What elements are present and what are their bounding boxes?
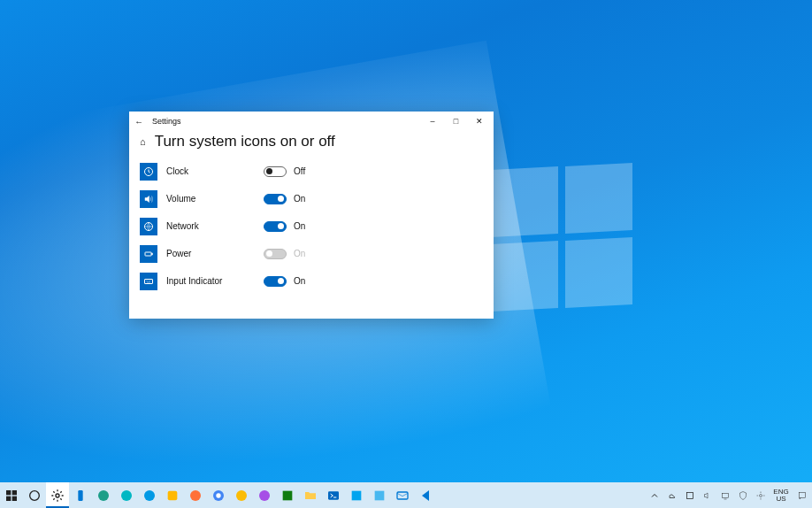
setting-label: Volume <box>166 194 264 204</box>
svg-point-10 <box>56 494 59 497</box>
svg-rect-3 <box>152 253 153 255</box>
settings-list: Clock Off Volume On Network On <box>129 158 494 295</box>
svg-rect-15 <box>168 490 178 500</box>
svg-rect-21 <box>283 490 293 500</box>
svg-point-18 <box>216 493 220 497</box>
tray-language[interactable]: ENG US <box>770 489 793 503</box>
taskbar-edge-icon[interactable] <box>92 482 115 508</box>
cortana-icon[interactable] <box>23 482 46 508</box>
page-header: ⌂ Turn system icons on or off <box>129 131 494 158</box>
taskbar-settings-app[interactable] <box>46 482 69 508</box>
windows-logo <box>491 168 756 434</box>
home-icon[interactable]: ⌂ <box>140 136 146 147</box>
svg-point-28 <box>760 494 762 496</box>
minimize-button[interactable]: – <box>422 117 443 126</box>
svg-point-14 <box>144 490 155 501</box>
taskbar-app-icon[interactable] <box>115 482 138 508</box>
svg-rect-23 <box>352 490 362 500</box>
svg-rect-7 <box>6 496 11 500</box>
taskbar-app-icon[interactable] <box>345 482 368 508</box>
svg-rect-25 <box>397 492 408 499</box>
maximize-button[interactable]: □ <box>445 117 466 126</box>
toggle-state: Off <box>294 166 305 176</box>
setting-row-power: Power On <box>140 240 485 267</box>
taskbar-firefox-icon[interactable] <box>184 482 207 508</box>
taskbar-app-icon[interactable] <box>253 482 276 508</box>
tray-onedrive-icon[interactable] <box>663 482 681 508</box>
tray-security-icon[interactable] <box>734 482 752 508</box>
tray-overflow-icon[interactable] <box>646 482 663 508</box>
svg-point-20 <box>259 490 270 501</box>
taskbar-mail-icon[interactable] <box>391 482 414 508</box>
taskbar-vscode-icon[interactable] <box>414 482 437 508</box>
svg-rect-29 <box>800 492 806 497</box>
desktop: ← Settings – □ ✕ ⌂ Turn system icons on … <box>0 0 812 508</box>
toggle-input-indicator[interactable] <box>264 276 287 287</box>
titlebar: ← Settings – □ ✕ <box>129 112 494 131</box>
svg-rect-27 <box>723 493 729 497</box>
toggle-clock[interactable] <box>264 166 287 177</box>
setting-label: Input Indicator <box>166 276 264 286</box>
power-icon <box>140 245 157 263</box>
svg-point-19 <box>236 490 247 501</box>
svg-point-9 <box>30 490 40 500</box>
page-title: Turn system icons on or off <box>155 133 335 150</box>
taskbar-powershell-icon[interactable] <box>322 482 345 508</box>
keyboard-icon <box>140 273 157 290</box>
svg-rect-5 <box>6 490 11 495</box>
svg-rect-8 <box>12 496 17 500</box>
svg-point-13 <box>121 490 132 501</box>
toggle-state: On <box>294 276 305 286</box>
tray-volume-icon[interactable] <box>699 482 716 508</box>
setting-row-volume: Volume On <box>140 185 485 212</box>
setting-row-network: Network On <box>140 212 485 240</box>
setting-label: Network <box>166 221 264 231</box>
taskbar-app-icon[interactable] <box>276 482 299 508</box>
svg-rect-6 <box>12 490 17 495</box>
volume-icon <box>140 190 157 208</box>
tray-location-icon[interactable] <box>752 482 770 508</box>
setting-row-input-indicator: Input Indicator On <box>140 267 485 295</box>
taskbar-app-icon[interactable] <box>138 482 161 508</box>
setting-label: Clock <box>166 166 264 176</box>
back-button[interactable]: ← <box>134 117 143 127</box>
tray-app-icon[interactable] <box>681 482 699 508</box>
network-icon <box>140 218 157 235</box>
settings-window: ← Settings – □ ✕ ⌂ Turn system icons on … <box>129 112 494 319</box>
svg-point-16 <box>190 490 201 501</box>
taskbar-chrome-canary-icon[interactable] <box>230 482 253 508</box>
taskbar-chrome-icon[interactable] <box>207 482 230 508</box>
taskbar: ENG US <box>0 482 812 508</box>
svg-point-12 <box>98 490 109 501</box>
tray-network-icon[interactable] <box>716 482 734 508</box>
svg-rect-24 <box>375 490 385 500</box>
svg-rect-26 <box>687 492 693 498</box>
close-button[interactable]: ✕ <box>469 117 490 126</box>
window-title: Settings <box>152 117 181 126</box>
toggle-state: On <box>294 194 305 204</box>
toggle-state: On <box>294 221 305 231</box>
toggle-power <box>264 249 287 259</box>
setting-row-clock: Clock Off <box>140 158 485 185</box>
taskbar-app-icon[interactable] <box>161 482 184 508</box>
taskbar-app-icon[interactable] <box>368 482 391 508</box>
taskbar-explorer-icon[interactable] <box>299 482 322 508</box>
svg-rect-2 <box>145 252 151 256</box>
clock-icon <box>140 163 157 181</box>
setting-label: Power <box>166 249 264 258</box>
taskbar-phone-icon[interactable] <box>69 482 92 508</box>
svg-rect-4 <box>145 279 153 283</box>
tray-lang-region: US <box>770 496 793 503</box>
svg-rect-11 <box>78 490 82 501</box>
toggle-network[interactable] <box>264 221 287 232</box>
toggle-volume[interactable] <box>264 194 287 204</box>
tray-notifications-icon[interactable] <box>793 482 812 508</box>
toggle-state: On <box>294 249 305 258</box>
start-button[interactable] <box>0 482 23 508</box>
